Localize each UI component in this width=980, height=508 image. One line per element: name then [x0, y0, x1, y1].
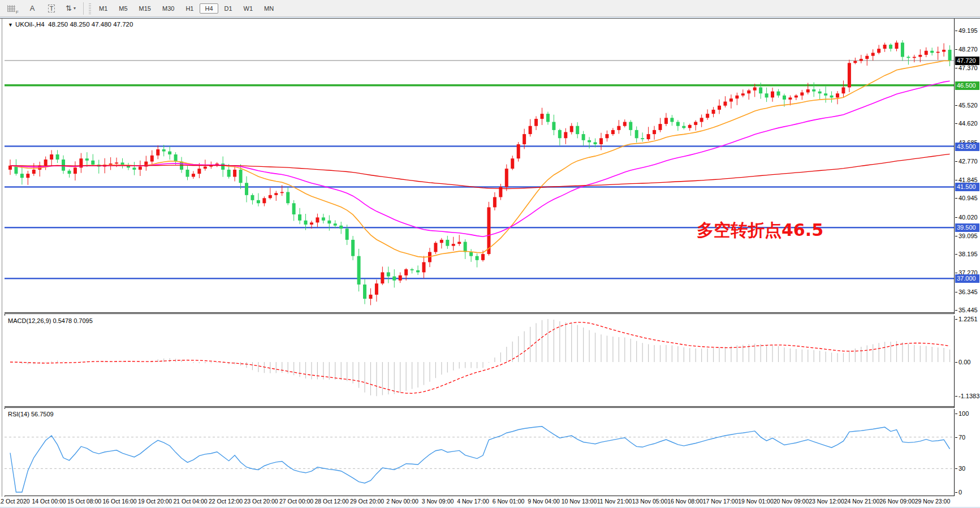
toolbar: FAT⇅▾ M1M5M15M30H1H4D1W1MN — [0, 0, 980, 17]
date-label: 29 Nov 23:00 — [915, 498, 950, 505]
price-tick-40.020: 40.020 — [959, 213, 978, 221]
rsi-tick-100: 100 — [959, 410, 969, 417]
timeframe-button-w1[interactable]: W1 — [239, 3, 258, 14]
rsi-tick-30: 30 — [959, 464, 965, 472]
date-label: 23 Oct 20:00 — [244, 498, 278, 505]
candlestick-chart — [5, 19, 954, 312]
price-badge-43.500: 43.500 — [955, 143, 979, 151]
date-label: 23 Nov 12:00 — [809, 498, 844, 505]
date-label: 22 Oct 12:00 — [209, 498, 243, 505]
timeframe-button-mn[interactable]: MN — [259, 3, 279, 14]
price-tick-40.945: 40.945 — [959, 194, 978, 202]
date-label: 15 Oct 08:00 — [67, 498, 101, 505]
timeframe-button-h4[interactable]: H4 — [200, 3, 218, 14]
timeframe-button-m1[interactable]: M1 — [94, 3, 113, 14]
timeframe-button-m15[interactable]: M15 — [134, 3, 156, 14]
price-badge-37.000: 37.000 — [955, 274, 979, 283]
price-panel: ▼UKOil-,H4 48.250 48.250 47.480 47.720 多… — [5, 19, 955, 314]
rsi-panel: RSI(14) 56.7509 — [5, 409, 955, 496]
date-label: 3 Nov 09:00 — [422, 498, 454, 505]
price-tick-35.445: 35.445 — [959, 306, 978, 314]
price-badge-46.500: 46.500 — [955, 81, 979, 90]
chart-window: ▼UKOil-,H4 48.250 48.250 47.480 47.720 多… — [0, 18, 980, 507]
timeframe-button-group: M1M5M15M30H1H4D1W1MN — [93, 3, 279, 14]
date-label: 17 Nov 17:00 — [703, 498, 738, 505]
date-axis: 12 Oct 202014 Oct 00:0015 Oct 08:0016 Oc… — [5, 497, 955, 507]
text-box-icon[interactable]: T — [44, 2, 59, 15]
macd-tick-0.00: 0.00 — [959, 358, 970, 366]
date-label: 13 Nov 05:00 — [632, 498, 667, 505]
timeframe-button-m30[interactable]: M30 — [157, 3, 179, 14]
date-label: 21 Oct 04:00 — [173, 498, 207, 505]
macd-chart — [5, 316, 954, 406]
date-label: 14 Oct 00:00 — [32, 498, 66, 505]
price-tick-36.345: 36.345 — [959, 288, 978, 296]
date-label: 2 Nov 00:00 — [386, 498, 418, 505]
price-tick-38.195: 38.195 — [959, 250, 978, 258]
macd-panel: MACD(12,26,9) 0.5478 0.7095 — [5, 316, 955, 408]
date-label: 10 Nov 13:00 — [562, 498, 597, 505]
rsi-label: RSI(14) 56.7509 — [8, 411, 54, 417]
date-label: 29 Oct 20:00 — [350, 498, 384, 505]
timeframe-button-h1[interactable]: H1 — [180, 3, 198, 14]
date-label: 16 Nov 08:00 — [667, 498, 702, 505]
toolbar-drag-handle[interactable] — [89, 3, 91, 14]
price-tick-48.270: 48.270 — [959, 45, 978, 53]
date-label: 9 Nov 04:00 — [528, 498, 560, 505]
label-a-icon[interactable]: A — [24, 2, 40, 15]
date-label: 24 Nov 21:00 — [844, 498, 879, 505]
price-tick-42.770: 42.770 — [959, 157, 978, 165]
date-label: 20 Nov 09:00 — [774, 498, 809, 505]
annotation-text: 多空转折点46.5 — [697, 219, 823, 242]
price-tick-39.095: 39.095 — [959, 232, 978, 240]
date-label: 26 Nov 09:00 — [879, 498, 914, 505]
date-label: 19 Oct 20:00 — [138, 498, 172, 505]
rsi-tick-70: 70 — [959, 433, 965, 441]
date-label: 6 Nov 01:00 — [493, 498, 525, 505]
timeframe-button-d1[interactable]: D1 — [219, 3, 238, 14]
price-badge-47.720: 47.720 — [955, 57, 979, 65]
toolbar-separator — [83, 2, 84, 15]
date-label: 12 Oct 2020 — [0, 498, 30, 505]
chart-title: ▼UKOil-,H4 48.250 48.250 47.480 47.720 — [8, 21, 133, 28]
rsi-tick-0: 0 — [959, 488, 962, 496]
date-label: 19 Nov 01:00 — [738, 498, 773, 505]
macd-tick-1.2251: 1.2251 — [959, 315, 978, 323]
date-label: 4 Nov 17:00 — [457, 498, 489, 505]
price-tick-44.620: 44.620 — [959, 119, 978, 127]
date-label: 28 Oct 12:00 — [314, 498, 348, 505]
price-tick-49.195: 49.195 — [959, 27, 978, 35]
price-tick-45.520: 45.520 — [959, 101, 978, 109]
date-label: 16 Oct 16:00 — [102, 498, 136, 505]
macd-label: MACD(12,26,9) 0.5478 0.7095 — [8, 317, 93, 324]
chart-title-ohlc: 48.250 48.250 47.480 47.720 — [48, 21, 133, 28]
timeframe-button-m5[interactable]: M5 — [114, 3, 132, 14]
price-axis: 49.19548.27047.37045.52044.62043.68542.7… — [955, 19, 980, 507]
chart-title-symbol: UKOil-,H4 — [15, 21, 45, 28]
indicator-grid-icon[interactable]: F — [5, 2, 21, 15]
rsi-chart — [5, 409, 954, 496]
date-label: 27 Oct 00:00 — [279, 498, 313, 505]
date-label: 11 Nov 21:00 — [597, 498, 632, 505]
symbol-dropdown-icon[interactable]: ▼ — [8, 22, 13, 28]
tool-icon-group: FAT⇅▾ — [3, 2, 80, 15]
macd-tick--1.1383: -1.1383 — [959, 392, 979, 400]
price-badge-39.500: 39.500 — [955, 223, 979, 232]
price-badge-41.500: 41.500 — [955, 183, 979, 191]
cursor-mode-icon[interactable]: ⇅▾ — [63, 2, 79, 15]
